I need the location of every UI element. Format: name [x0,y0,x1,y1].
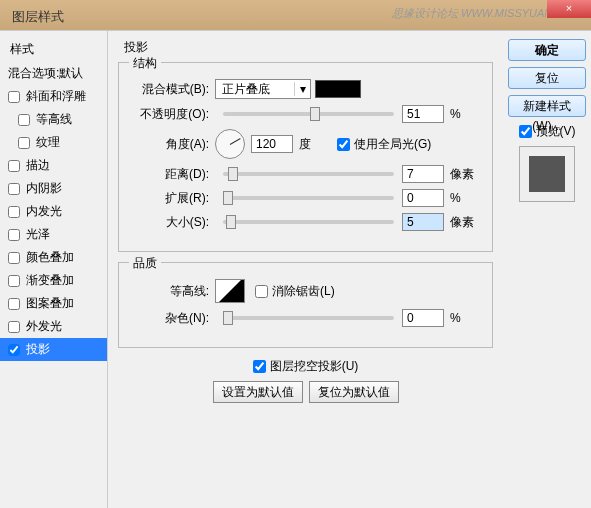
shadow-color-swatch[interactable] [315,80,361,98]
sidebar-item-0[interactable]: 斜面和浮雕 [0,85,107,108]
sidebar-item-1[interactable]: 等高线 [0,108,107,131]
distance-label: 距离(D): [131,166,209,183]
sidebar-checkbox-5[interactable] [8,206,20,218]
chevron-down-icon: ▾ [294,82,310,96]
size-input[interactable]: 5 [402,213,444,231]
sidebar-item-label: 颜色叠加 [26,249,74,266]
sidebar-item-label: 内阴影 [26,180,62,197]
blend-mode-select[interactable]: 正片叠底 ▾ [215,79,311,99]
main-panel: 投影 结构 混合模式(B): 正片叠底 ▾ 不透明度(O): 51 % 角度(A… [108,31,503,508]
sidebar-checkbox-6[interactable] [8,229,20,241]
noise-input[interactable]: 0 [402,309,444,327]
spread-label: 扩展(R): [131,190,209,207]
new-style-button[interactable]: 新建样式(W)... [508,95,586,117]
sidebar-item-4[interactable]: 内阴影 [0,177,107,200]
preview-label: 预览(V) [536,123,576,140]
angle-unit: 度 [299,136,329,153]
ok-button[interactable]: 确定 [508,39,586,61]
contour-label: 等高线: [131,283,209,300]
dialog-body: 样式 混合选项:默认 斜面和浮雕等高线纹理描边内阴影内发光光泽颜色叠加渐变叠加图… [0,30,591,508]
sidebar-checkbox-0[interactable] [8,91,20,103]
sidebar-checkbox-2[interactable] [18,137,30,149]
knockout-checkbox[interactable] [253,360,266,373]
spread-slider[interactable] [223,196,394,200]
contour-picker[interactable] [215,279,245,303]
sidebar-heading: 样式 [0,37,107,62]
global-light-label: 使用全局光(G) [354,136,431,153]
dialog-title: 图层样式 [12,8,64,26]
sidebar-item-label: 外发光 [26,318,62,335]
sidebar-item-7[interactable]: 颜色叠加 [0,246,107,269]
sidebar-checkbox-10[interactable] [8,321,20,333]
preview-checkbox[interactable] [519,125,532,138]
blend-mode-value: 正片叠底 [216,81,294,98]
sidebar-item-label: 投影 [26,341,50,358]
sidebar-item-9[interactable]: 图案叠加 [0,292,107,315]
sidebar-item-11[interactable]: 投影 [0,338,107,361]
angle-dial[interactable] [215,129,245,159]
size-unit: 像素 [450,214,480,231]
distance-slider[interactable] [223,172,394,176]
preview-inner [529,156,565,192]
sidebar-item-label: 内发光 [26,203,62,220]
sidebar-item-label: 渐变叠加 [26,272,74,289]
sidebar: 样式 混合选项:默认 斜面和浮雕等高线纹理描边内阴影内发光光泽颜色叠加渐变叠加图… [0,31,108,508]
antialias-label: 消除锯齿(L) [272,283,335,300]
blend-mode-label: 混合模式(B): [131,81,209,98]
sidebar-checkbox-4[interactable] [8,183,20,195]
size-label: 大小(S): [131,214,209,231]
spread-input[interactable]: 0 [402,189,444,207]
sidebar-checkbox-3[interactable] [8,160,20,172]
close-button[interactable]: × [547,0,591,18]
sidebar-item-3[interactable]: 描边 [0,154,107,177]
sidebar-blend-defaults[interactable]: 混合选项:默认 [0,62,107,85]
sidebar-item-2[interactable]: 纹理 [0,131,107,154]
knockout-label: 图层挖空投影(U) [270,358,359,375]
sidebar-checkbox-7[interactable] [8,252,20,264]
noise-label: 杂色(N): [131,310,209,327]
reset-default-button[interactable]: 复位为默认值 [309,381,399,403]
sidebar-item-8[interactable]: 渐变叠加 [0,269,107,292]
global-light-checkbox[interactable] [337,138,350,151]
sidebar-item-label: 光泽 [26,226,50,243]
preview-thumbnail [519,146,575,202]
sidebar-item-label: 斜面和浮雕 [26,88,86,105]
sidebar-item-label: 图案叠加 [26,295,74,312]
sidebar-checkbox-8[interactable] [8,275,20,287]
sidebar-checkbox-1[interactable] [18,114,30,126]
structure-legend: 结构 [129,55,161,72]
quality-group: 品质 等高线: 消除锯齿(L) 杂色(N): 0 % [118,262,493,348]
noise-unit: % [450,311,480,325]
opacity-unit: % [450,107,480,121]
distance-unit: 像素 [450,166,480,183]
sidebar-item-label: 等高线 [36,111,72,128]
sidebar-item-label: 纹理 [36,134,60,151]
sidebar-item-5[interactable]: 内发光 [0,200,107,223]
sidebar-item-6[interactable]: 光泽 [0,223,107,246]
opacity-input[interactable]: 51 [402,105,444,123]
opacity-label: 不透明度(O): [131,106,209,123]
size-slider[interactable] [223,220,394,224]
sidebar-checkbox-11[interactable] [8,344,20,356]
sidebar-item-10[interactable]: 外发光 [0,315,107,338]
opacity-slider[interactable] [223,112,394,116]
angle-label: 角度(A): [131,136,209,153]
noise-slider[interactable] [223,316,394,320]
main-title: 投影 [124,39,493,56]
sidebar-item-label: 描边 [26,157,50,174]
angle-input[interactable]: 120 [251,135,293,153]
spread-unit: % [450,191,480,205]
set-default-button[interactable]: 设置为默认值 [213,381,303,403]
reset-button[interactable]: 复位 [508,67,586,89]
sidebar-checkbox-9[interactable] [8,298,20,310]
distance-input[interactable]: 7 [402,165,444,183]
structure-group: 结构 混合模式(B): 正片叠底 ▾ 不透明度(O): 51 % 角度(A): … [118,62,493,252]
antialias-checkbox[interactable] [255,285,268,298]
right-pane: 确定 复位 新建样式(W)... 预览(V) [503,31,591,508]
titlebar: 图层样式 思缘设计论坛 WWW.MISSYUAN.COM × [0,0,591,30]
quality-legend: 品质 [129,255,161,272]
